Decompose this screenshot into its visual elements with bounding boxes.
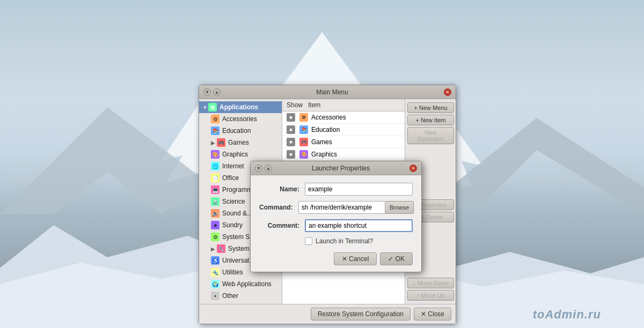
launcher-title: Launcher Properties [272,165,409,172]
icon-games-list: 🎮 [299,138,308,146]
tree-label-office: Office [222,174,239,182]
tree-label-internet: Internet [222,162,244,170]
games-icon: 🎮 [217,138,225,147]
tree-item-education[interactable]: 📚 Education [199,125,282,137]
terminal-row: Launch in Terminal? [259,237,413,245]
list-label-games: Games [311,138,332,146]
office-icon: 📄 [211,174,219,182]
graphics-icon: 🎨 [211,150,219,159]
tree-label-accessories: Accessories [222,115,257,123]
list-label-graphics: Graphics [311,151,337,158]
close-button[interactable]: ✕ [444,88,451,96]
command-input[interactable] [298,201,385,214]
launcher-close-button[interactable]: ✕ [409,165,417,172]
right-header: Show Item [282,99,405,111]
checkbox-education[interactable]: ■ [287,125,295,134]
restore-system-configuration-button[interactable]: Restore System Configuration [311,308,411,320]
main-menu-titlebar: ▼ ▲ Main Menu ✕ [199,85,456,99]
tree-item-webapplications[interactable]: 🌍 Web Applications [199,278,282,290]
tree-label-graphics: Graphics [222,151,248,158]
sound-icon: 🔊 [211,209,219,218]
new-item-button[interactable]: + New Item [407,115,454,125]
programming-icon: 💻 [211,185,219,194]
utilities-icon: 🔩 [211,268,219,277]
systemsettings-icon: ⚙ [211,233,219,241]
tree-item-other[interactable]: • Other [199,290,282,302]
tree-label-education: Education [222,127,251,135]
launcher-titlebar: ▼ ▲ Launcher Properties ✕ [251,161,421,175]
icon-education-list: 📚 [299,125,308,134]
command-label: Command: [259,204,293,211]
list-label-accessories: Accessories [311,114,346,121]
checkbox-games[interactable]: ■ [287,138,295,146]
watermark: toAdmin.ru [533,308,601,322]
name-label: Name: [259,185,299,193]
education-icon: 📚 [211,126,219,135]
maximize-button[interactable]: ▲ [213,88,221,96]
webapps-icon: 🌍 [211,280,219,288]
tree-label-sound: Sound &... [222,210,252,217]
comment-input[interactable] [305,219,413,232]
close-window-button[interactable]: ✕ Close [414,308,451,320]
launcher-win-controls: ▼ ▲ [255,165,272,172]
bottom-bar: Restore System Configuration ✕ Close [199,304,456,324]
tree-label-games: Games [228,139,249,146]
tree-label-science: Science [222,198,245,205]
tree-item-games[interactable]: ▶ 🎮 Games [199,137,282,148]
launcher-properties-dialog: ▼ ▲ Launcher Properties ✕ Name: Command:… [250,161,422,272]
science-icon: 🔬 [211,197,219,206]
browse-button[interactable]: Browse [385,201,414,214]
new-menu-button[interactable]: + New Menu [407,102,454,113]
launcher-minimize-button[interactable]: ▼ [255,165,262,172]
universal-icon: ♿ [211,256,219,265]
move-up-button[interactable]: ↑ Move Up [407,290,454,301]
tree-item-applications[interactable]: ▼ ⊞ Applications [199,101,282,113]
command-row: Command: Browse [259,201,413,214]
sundry-icon: ★ [211,221,219,229]
tree-arrow-games: ▶ [211,140,215,146]
apps-icon: ⊞ [208,103,217,111]
close-controls: ✕ [444,88,451,96]
launcher-close-controls: ✕ [409,165,417,172]
list-item-education[interactable]: ■ 📚 Education [282,124,405,136]
new-separator-button[interactable]: New Separator [407,127,454,144]
window-controls: ▼ ▲ [203,88,221,96]
col-show-header: Show [287,101,308,109]
tree-label-webapplications: Web Applications [222,280,272,288]
tree-label-utilities: Utilities [222,269,243,276]
terminal-checkbox[interactable] [305,237,312,245]
other-icon: • [211,292,219,300]
launcher-footer: ✕ Cancel ✓ OK [259,250,413,266]
cancel-button[interactable]: ✕ Cancel [334,252,377,265]
tree-arrow-systemtools: ▶ [211,246,215,252]
tree-item-graphics[interactable]: 🎨 Graphics [199,148,282,160]
tree-item-accessories[interactable]: ⚙ Accessories [199,113,282,125]
minimize-button[interactable]: ▼ [203,88,211,96]
window-title: Main Menu [221,88,444,96]
systemtools-icon: 🔧 [217,244,225,253]
terminal-label: Launch in Terminal? [316,237,373,245]
col-item-header: Item [308,101,400,109]
list-item-graphics[interactable]: ■ 🎨 Graphics [282,148,405,161]
tree-label-applications: Applications [219,103,258,111]
move-down-button[interactable]: ↓ Move Down [407,278,454,288]
checkbox-graphics[interactable]: ■ [287,150,295,159]
launcher-maximize-button[interactable]: ▲ [265,165,272,172]
icon-graphics-list: 🎨 [299,150,308,159]
list-item-accessories[interactable]: ■ ⚙ Accessories [282,111,405,124]
internet-icon: 🌐 [211,162,219,170]
list-label-education: Education [311,126,340,133]
name-row: Name: [259,183,413,196]
ok-button[interactable]: ✓ OK [380,252,413,265]
icon-accessories-list: ⚙ [299,113,308,122]
comment-row: Comment: [259,219,413,232]
accessories-icon: ⚙ [211,115,219,123]
checkbox-accessories[interactable]: ■ [287,113,295,122]
launcher-body: Name: Command: Browse Comment: Launch in… [251,175,421,272]
tree-label-sundry: Sundry [222,221,243,229]
list-item-games[interactable]: ■ 🎮 Games [282,136,405,148]
tree-label-other: Other [222,292,238,300]
tree-arrow-applications: ▼ [202,105,207,110]
comment-label: Comment: [259,222,299,229]
name-input[interactable] [305,183,413,196]
